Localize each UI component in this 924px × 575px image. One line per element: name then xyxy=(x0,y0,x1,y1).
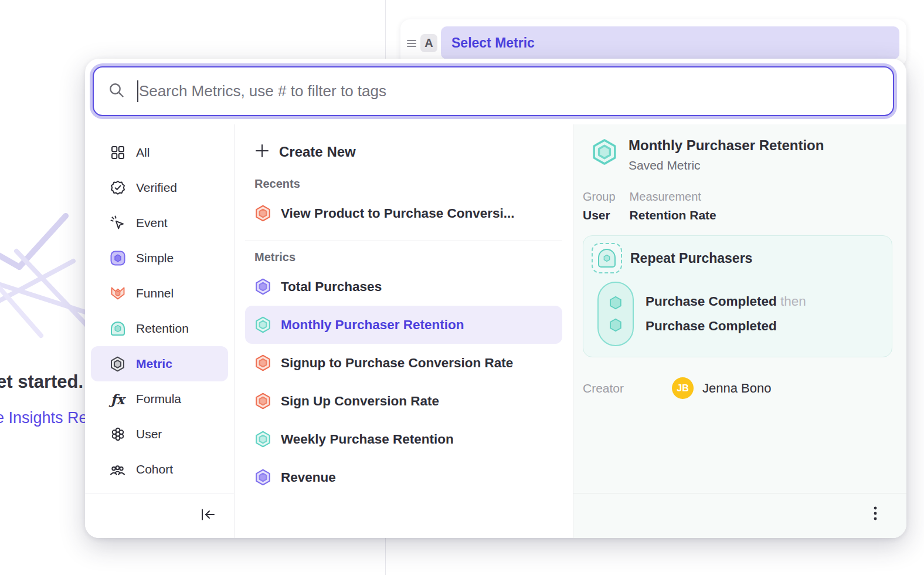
metric-item-label: Weekly Purchase Retention xyxy=(281,432,454,447)
funnel-metric-hexagon-icon xyxy=(254,393,271,410)
retention-definition-icon xyxy=(592,243,622,273)
verified-badge-icon xyxy=(110,180,125,196)
simple-metric-hexagon-icon xyxy=(254,278,271,295)
metric-item-signup-to-purchase-conversion-rate[interactable]: Signup to Purchase Conversion Rate xyxy=(245,344,562,382)
metric-item-label: Total Purchases xyxy=(281,279,382,295)
sidebar-item-formula[interactable]: ƒx Formula xyxy=(91,381,228,417)
retention-arch-icon xyxy=(110,321,125,337)
measurement-value: Retention Rate xyxy=(630,208,716,222)
cohort-people-icon xyxy=(110,462,125,478)
retention-metric-hexagon-icon xyxy=(254,316,271,333)
metric-item-label: Signup to Purchase Conversion Rate xyxy=(281,356,513,371)
create-new-button[interactable]: Create New xyxy=(245,136,562,168)
metric-picker-modal: All Verified Event xyxy=(85,59,906,538)
app-stage: et started. e Insights Re A Select Metri… xyxy=(0,0,924,575)
sidebar-item-label: All xyxy=(136,146,150,160)
simple-metric-icon xyxy=(110,251,125,266)
more-options-kebab-icon[interactable] xyxy=(872,506,878,526)
sidebar-item-label: Verified xyxy=(136,181,177,195)
funnel-metric-hexagon-icon xyxy=(254,205,271,222)
metric-item-label: Sign Up Conversion Rate xyxy=(281,394,439,409)
sidebar-item-all[interactable]: All xyxy=(91,135,228,170)
sidebar-item-verified[interactable]: Verified xyxy=(91,170,228,205)
preview-metric-hexagon-icon xyxy=(591,138,618,165)
sidebar-item-label: Formula xyxy=(136,392,181,406)
sidebar-item-event[interactable]: Event xyxy=(91,205,228,241)
sidebar-item-user[interactable]: User xyxy=(91,417,228,452)
recent-metric-item[interactable]: View Product to Purchase Conversi... xyxy=(245,194,562,232)
metrics-section-title: Metrics xyxy=(254,251,562,264)
sidebar-item-retention[interactable]: Retention xyxy=(91,311,228,346)
metric-item-label: Revenue xyxy=(281,470,336,485)
select-metric-button[interactable]: Select Metric xyxy=(441,26,899,59)
creator-row: Creator JB Jenna Bono xyxy=(583,377,892,399)
sidebar-item-label: Simple xyxy=(136,251,174,265)
metric-item-revenue[interactable]: Revenue xyxy=(245,458,562,496)
group-label: Group xyxy=(583,190,616,204)
sidebar-footer xyxy=(85,493,234,538)
creator-name: Jenna Bono xyxy=(702,381,771,396)
definition-step-2: Purchase Completed xyxy=(646,319,806,334)
plus-icon xyxy=(254,143,270,161)
sidebar-item-label: Funnel xyxy=(136,286,174,300)
metric-item-weekly-purchase-retention[interactable]: Weekly Purchase Retention xyxy=(245,420,562,458)
metric-item-label: View Product to Purchase Conversi... xyxy=(281,206,514,221)
cursor-click-icon xyxy=(110,215,125,231)
definition-name: Repeat Purchasers xyxy=(630,251,752,266)
metric-list-column: Create New Recents View Product to Purch… xyxy=(235,124,573,538)
sidebar-item-label: Event xyxy=(136,216,168,230)
grid-icon xyxy=(110,145,125,161)
simple-metric-hexagon-icon xyxy=(254,469,271,486)
event-hexagon-icon xyxy=(608,295,623,310)
metric-hexagon-icon xyxy=(110,356,125,372)
search-focus-ring xyxy=(90,63,897,119)
metric-item-label: Monthly Purchaser Retention xyxy=(281,317,464,333)
event-sequence-capsule xyxy=(597,282,634,346)
retention-metric-hexagon-icon xyxy=(254,431,271,448)
sidebar-item-metric[interactable]: Metric xyxy=(91,346,228,381)
text-caret xyxy=(137,80,138,102)
collapse-sidebar-icon[interactable] xyxy=(200,508,216,524)
metric-item-total-purchases[interactable]: Total Purchases xyxy=(245,268,562,306)
preview-subtitle: Saved Metric xyxy=(629,158,824,172)
insights-report-link-fragment[interactable]: e Insights Re xyxy=(0,409,88,427)
search-input[interactable] xyxy=(139,82,879,100)
metric-definition-card: Repeat Purchasers Purchase Completed the… xyxy=(583,235,892,357)
funnel-metric-hexagon-icon xyxy=(254,354,271,371)
measurement-label: Measurement xyxy=(630,190,716,204)
sidebar-item-cohort[interactable]: Cohort xyxy=(91,452,228,487)
create-new-label: Create New xyxy=(279,144,356,160)
sidebar-item-label: Retention xyxy=(136,322,189,336)
user-cluster-icon xyxy=(110,427,125,442)
event-hexagon-icon xyxy=(608,317,623,333)
creator-label: Creator xyxy=(583,381,672,395)
sidebar-item-label: Metric xyxy=(136,357,172,371)
sequence-connector: then xyxy=(780,294,806,309)
group-meta: Group User xyxy=(583,190,616,222)
metric-item-monthly-purchaser-retention[interactable]: Monthly Purchaser Retention xyxy=(245,306,562,344)
preview-title: Monthly Purchaser Retention xyxy=(629,137,824,154)
definition-step-1: Purchase Completed then xyxy=(646,294,806,309)
funnel-icon xyxy=(110,286,125,302)
picker-columns: All Verified Event xyxy=(85,124,906,538)
sidebar-item-funnel[interactable]: Funnel xyxy=(91,276,228,311)
group-value: User xyxy=(583,208,616,222)
metric-item-sign-up-conversion-rate[interactable]: Sign Up Conversion Rate xyxy=(245,382,562,420)
page-heading-fragment: et started. xyxy=(0,371,83,393)
recents-section-title: Recents xyxy=(254,177,562,191)
formula-fx-icon: ƒx xyxy=(110,391,125,407)
creator-avatar: JB xyxy=(672,377,694,399)
drag-handle-icon[interactable] xyxy=(405,39,418,48)
preview-footer xyxy=(573,493,906,538)
select-metric-label: Select Metric xyxy=(451,35,535,51)
sidebar-item-simple[interactable]: Simple xyxy=(91,241,228,276)
category-sidebar: All Verified Event xyxy=(85,124,235,538)
sidebar-item-label: Cohort xyxy=(136,462,173,476)
search-icon xyxy=(108,82,125,102)
series-letter-badge: A xyxy=(420,34,437,52)
section-divider xyxy=(245,241,562,241)
search-field[interactable] xyxy=(93,66,894,116)
measurement-meta: Measurement Retention Rate xyxy=(630,190,716,222)
decorative-lines-illustration xyxy=(0,194,94,364)
metric-preview-panel: Monthly Purchaser Retention Saved Metric… xyxy=(573,124,906,538)
